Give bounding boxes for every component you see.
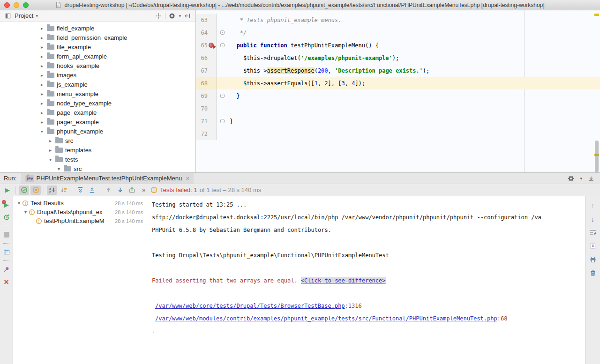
line-number[interactable]: 63 bbox=[196, 17, 208, 23]
test-tree-row[interactable]: ▾Drupal\Tests\phpunit_ex28 s 140 ms bbox=[13, 208, 146, 216]
down-the-stack-trace-button[interactable]: ↓ bbox=[589, 215, 597, 223]
show-passed-toggle[interactable] bbox=[19, 186, 29, 195]
chevron-down-icon[interactable]: ▾ bbox=[39, 129, 45, 134]
line-number[interactable]: 66 bbox=[196, 55, 208, 61]
run-tab[interactable]: php ✓ PHPUnitExampleMenuTest.testPhpUnit… bbox=[21, 173, 194, 184]
line-number[interactable]: 72 bbox=[196, 131, 208, 137]
gear-icon[interactable] bbox=[168, 12, 176, 20]
previous-occurrence-button[interactable] bbox=[103, 186, 113, 195]
line-number[interactable]: 65 bbox=[196, 42, 208, 49]
hide-panel-icon[interactable] bbox=[183, 12, 192, 20]
rerun-failed-test-icon[interactable]: ! bbox=[209, 42, 215, 48]
fold-icon[interactable] bbox=[220, 30, 225, 35]
chevron-down-icon[interactable]: ▾ bbox=[16, 201, 22, 206]
chevron-down-icon[interactable]: ▾ bbox=[48, 157, 53, 162]
chevron-down-icon[interactable]: ▾ bbox=[22, 209, 29, 215]
toggle-auto-test-button[interactable] bbox=[2, 213, 11, 222]
line-number[interactable]: 68 bbox=[196, 80, 208, 87]
tree-item[interactable]: ▸src bbox=[0, 136, 195, 145]
code-line[interactable]: } bbox=[230, 93, 600, 99]
pin-tab-button[interactable] bbox=[2, 265, 11, 274]
more-actions-chevrons[interactable]: » bbox=[142, 186, 145, 193]
line-number[interactable]: 64 bbox=[196, 30, 208, 36]
chevron-down-icon[interactable]: ▾ bbox=[36, 14, 38, 18]
tree-item[interactable]: ▸file_example bbox=[0, 42, 195, 52]
fold-icon[interactable] bbox=[220, 119, 225, 123]
minimize-window-button[interactable] bbox=[14, 2, 19, 8]
tree-item[interactable]: ▸js_example bbox=[0, 80, 195, 89]
sort-alphabetically-button[interactable]: az bbox=[47, 186, 57, 195]
code-line[interactable]: $this->drupalGet('/examples/phpunit-exam… bbox=[230, 55, 600, 61]
import-test-results-button[interactable] bbox=[127, 186, 137, 195]
chevron-right-icon[interactable]: ▸ bbox=[39, 101, 45, 106]
chevron-down-icon[interactable]: ▾ bbox=[56, 166, 61, 171]
locate-icon[interactable] bbox=[154, 12, 163, 20]
chevron-right-icon[interactable]: ▸ bbox=[48, 148, 53, 153]
fold-icon[interactable] bbox=[220, 94, 225, 98]
line-number[interactable]: 69 bbox=[196, 93, 208, 99]
line-number[interactable]: 71 bbox=[196, 118, 208, 125]
fold-icon[interactable] bbox=[220, 43, 225, 47]
close-panel-button[interactable]: × bbox=[2, 278, 11, 286]
file-link[interactable]: /var/www/web/core/tests/Drupal/Tests/Bro… bbox=[155, 303, 345, 309]
tree-item[interactable]: ▾src bbox=[0, 164, 195, 172]
scroll-to-end-button[interactable] bbox=[589, 242, 597, 250]
tree-item[interactable]: ▸node_type_example bbox=[0, 98, 195, 108]
tree-item[interactable]: ▸pager_example bbox=[0, 117, 195, 126]
zoom-window-button[interactable] bbox=[23, 2, 29, 8]
chevron-right-icon[interactable]: ▸ bbox=[48, 138, 53, 143]
chevron-right-icon[interactable]: ▸ bbox=[39, 26, 45, 31]
next-occurrence-button[interactable] bbox=[115, 186, 125, 195]
soft-wrap-button[interactable] bbox=[589, 228, 597, 237]
chevron-right-icon[interactable]: ▸ bbox=[39, 54, 45, 59]
test-console[interactable]: Testing started at 13:25 ...sftp://docke… bbox=[146, 196, 585, 364]
tree-item[interactable]: ▸field_permission_example bbox=[0, 33, 195, 42]
chevron-down-icon[interactable]: ▾ bbox=[179, 14, 181, 18]
code-line[interactable]: */ bbox=[230, 30, 600, 36]
code-line[interactable]: $this->assertResponse(200, 'Description … bbox=[230, 67, 600, 74]
test-tree-row[interactable]: testPhpUnitExampleM28 s 140 ms bbox=[13, 216, 146, 225]
rerun-failed-tests-button[interactable]: ▶! bbox=[2, 201, 11, 209]
tree-item[interactable]: ▸page_example bbox=[0, 108, 195, 117]
clear-all-button[interactable] bbox=[589, 269, 597, 277]
chevron-right-icon[interactable]: ▸ bbox=[39, 82, 45, 87]
diff-link[interactable]: <Click to see difference> bbox=[301, 277, 386, 284]
chevron-right-icon[interactable]: ▸ bbox=[39, 73, 45, 78]
rerun-button[interactable]: ▶ bbox=[2, 186, 13, 195]
chevron-down-icon[interactable]: ▾ bbox=[580, 176, 582, 181]
project-panel-title[interactable]: Project bbox=[15, 12, 33, 19]
show-ignored-toggle[interactable] bbox=[30, 186, 41, 195]
restore-layout-button[interactable] bbox=[2, 248, 11, 256]
print-button[interactable] bbox=[589, 255, 597, 264]
tree-item[interactable]: ▸hooks_example bbox=[0, 61, 195, 70]
file-link[interactable]: /var/www/web/modules/contrib/examples/ph… bbox=[155, 315, 497, 322]
tree-item[interactable]: ▾tests bbox=[0, 155, 195, 164]
code-line[interactable]: public function testPhpUnitExampleMenu()… bbox=[230, 42, 600, 49]
code-editor[interactable]: 63 * Tests phpunit_example menus.64 */65… bbox=[196, 10, 600, 172]
hide-panel-icon[interactable] bbox=[587, 174, 595, 183]
error-stripe-mark[interactable] bbox=[594, 14, 599, 16]
close-window-button[interactable] bbox=[4, 2, 10, 8]
up-the-stack-trace-button[interactable]: ↑ bbox=[589, 201, 597, 209]
chevron-right-icon[interactable]: ▸ bbox=[39, 91, 45, 97]
chevron-right-icon[interactable]: ▸ bbox=[39, 45, 45, 50]
line-number[interactable]: 67 bbox=[196, 67, 208, 74]
tree-item[interactable]: ▸form_api_example bbox=[0, 52, 195, 61]
tree-item[interactable]: ▸images bbox=[0, 70, 195, 80]
code-line[interactable]: $this->assertEquals([1, 2], [3, 4]); bbox=[230, 80, 600, 87]
tree-item[interactable]: ▸menu_example bbox=[0, 89, 195, 98]
tree-item[interactable]: ▸field_example bbox=[0, 23, 195, 33]
code-line[interactable]: } bbox=[230, 118, 600, 125]
close-icon[interactable]: × bbox=[185, 175, 189, 182]
sort-by-duration-button[interactable] bbox=[59, 186, 69, 195]
chevron-right-icon[interactable]: ▸ bbox=[39, 63, 45, 68]
test-tree-row[interactable]: ▾Test Results28 s 140 ms bbox=[13, 199, 146, 208]
chevron-right-icon[interactable]: ▸ bbox=[39, 35, 45, 40]
stop-button[interactable] bbox=[2, 230, 11, 239]
gear-icon[interactable] bbox=[567, 174, 575, 183]
tree-item[interactable]: ▸templates bbox=[0, 145, 195, 155]
collapse-all-button[interactable] bbox=[87, 186, 97, 195]
tree-item[interactable]: ▾phpunit_example bbox=[0, 126, 195, 136]
expand-all-button[interactable] bbox=[75, 186, 85, 195]
line-number[interactable]: 70 bbox=[196, 105, 208, 112]
